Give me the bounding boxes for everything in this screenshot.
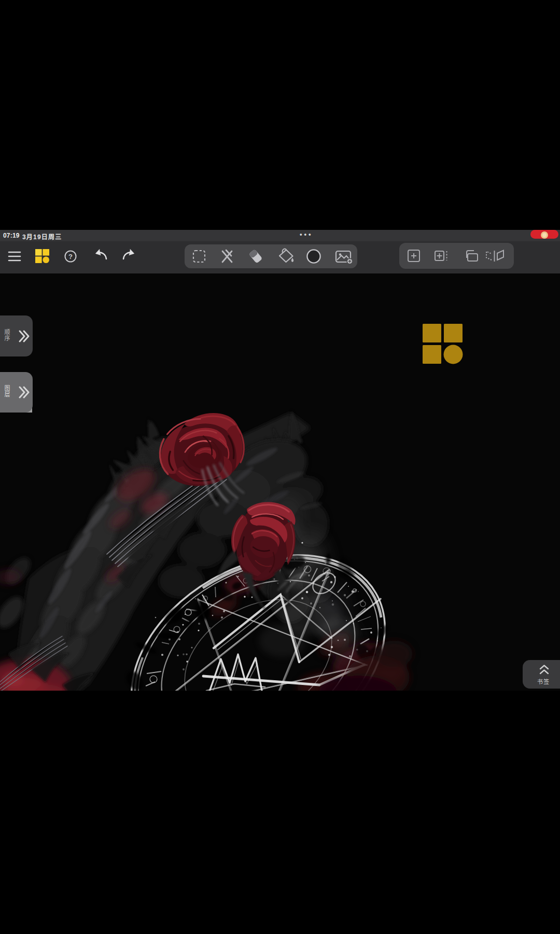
svg-text:图: 图: [5, 385, 10, 391]
svg-text:序: 序: [5, 335, 10, 341]
svg-text:层: 层: [5, 391, 10, 397]
svg-text:?: ?: [68, 253, 73, 260]
svg-text:顺: 顺: [5, 329, 10, 335]
